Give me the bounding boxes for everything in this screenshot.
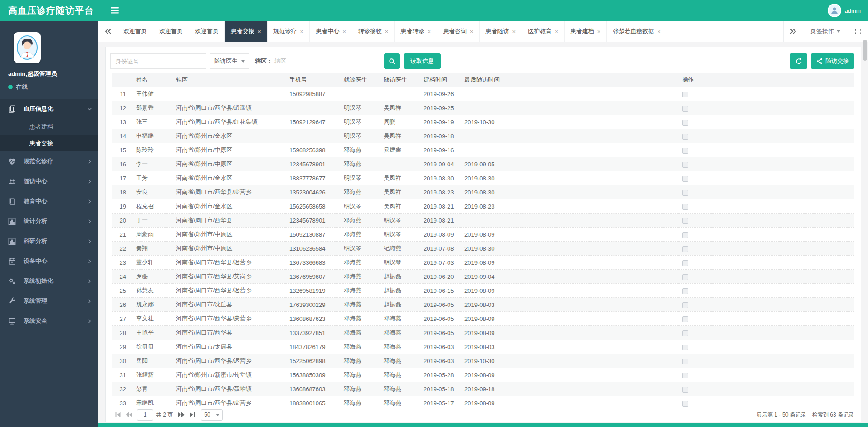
profile-avatar[interactable] — [14, 32, 41, 63]
follow-handover-button[interactable]: 随访交接 — [811, 53, 854, 69]
row-select-checkbox[interactable] — [682, 232, 688, 238]
table-row: 23董少轩河南省/周口市/西华县/迟营乡13673366683邓海燕明汉琴201… — [112, 256, 854, 270]
sidebar-menu-group: 系统管理 — [0, 291, 98, 311]
last-visit-date: 2019-09-04 — [461, 270, 678, 284]
visit-doctor: 邓海燕 — [340, 284, 380, 298]
row-select-checkbox[interactable] — [682, 218, 688, 224]
sidebar-item[interactable]: 统计分析 — [0, 211, 98, 231]
tab[interactable]: 患者随访× — [480, 21, 522, 42]
close-icon[interactable]: × — [555, 29, 558, 34]
tab-operations-dropdown[interactable]: 页签操作 — [803, 21, 848, 42]
row-select-checkbox[interactable] — [682, 162, 688, 168]
patient-name: 宋继凯 — [132, 396, 172, 408]
close-icon[interactable]: × — [258, 29, 261, 34]
row-select-checkbox[interactable] — [682, 288, 688, 294]
row-select-checkbox[interactable] — [682, 345, 688, 350]
tab-bar: 欢迎首页欢迎首页欢迎首页患者交接×规范诊疗×患者中心×转诊接收×患者转诊×患者咨… — [98, 21, 868, 42]
sidebar-item[interactable]: 系统管理 — [0, 291, 98, 311]
tab[interactable]: 张楚若血糖数据× — [607, 21, 667, 42]
close-icon[interactable]: × — [512, 29, 516, 34]
close-icon[interactable]: × — [427, 29, 431, 34]
follow-doctor-select[interactable]: 随访医生 — [210, 53, 249, 69]
row-select-checkbox[interactable] — [682, 246, 688, 252]
row-select-checkbox[interactable] — [682, 176, 688, 182]
tab[interactable]: 规范诊疗× — [268, 21, 310, 42]
sidebar-item[interactable]: 系统安全 — [0, 311, 98, 331]
read-info-button[interactable]: 读取信息 — [404, 53, 441, 69]
row-number: 16 — [112, 157, 132, 171]
sidebar-menu-group: 科研分析 — [0, 231, 98, 251]
prev-page-button[interactable] — [123, 409, 134, 420]
row-select-checkbox[interactable] — [682, 106, 688, 112]
patient-name: 王伟健 — [132, 87, 172, 101]
last-page-button[interactable] — [186, 409, 197, 420]
close-icon[interactable]: × — [385, 29, 389, 34]
tab[interactable]: 患者咨询× — [437, 21, 480, 42]
tab[interactable]: 患者交接× — [225, 21, 268, 42]
region-input[interactable] — [274, 54, 342, 68]
sidebar-item[interactable]: 设备中心 — [0, 251, 98, 271]
follow-doctor — [380, 87, 420, 101]
sidebar-subitem[interactable]: 患者建档 — [0, 119, 98, 135]
tab[interactable]: 患者转诊× — [395, 21, 437, 42]
row-select-checkbox[interactable] — [682, 373, 688, 378]
fullscreen-icon[interactable] — [848, 21, 868, 42]
sidebar-item[interactable]: 规范化诊疗 — [0, 151, 98, 171]
follow-doctor: 邓海燕 — [380, 326, 420, 340]
sidebar-toggle-icon[interactable] — [108, 5, 122, 16]
row-select-checkbox[interactable] — [682, 120, 688, 126]
patient-phone: 13373927851 — [286, 326, 340, 340]
user-avatar[interactable] — [828, 4, 841, 17]
row-select-checkbox[interactable] — [682, 359, 688, 364]
close-icon[interactable]: × — [657, 29, 661, 34]
heartbeat-icon — [8, 158, 16, 165]
sidebar-item[interactable]: 血压信息化 — [0, 99, 98, 119]
follow-doctor: 明汉琴 — [380, 228, 420, 242]
row-select-checkbox[interactable] — [682, 330, 688, 336]
sidebar-item[interactable]: 科研分析 — [0, 231, 98, 251]
row-select-checkbox[interactable] — [682, 92, 688, 97]
sidebar-item[interactable]: 系统初始化 — [0, 271, 98, 291]
row-select-checkbox[interactable] — [682, 387, 688, 393]
next-page-button[interactable] — [176, 409, 186, 420]
table-row: 21周豪雨河南省/郑州市/中原区15092130887邓海燕明汉琴2019-08… — [112, 228, 854, 242]
close-icon[interactable]: × — [300, 29, 304, 34]
row-select-checkbox[interactable] — [682, 190, 688, 196]
tab[interactable]: 患者建档× — [565, 21, 607, 42]
tab[interactable]: 欢迎首页 — [189, 21, 225, 42]
page-size-select[interactable]: 50 — [201, 409, 223, 421]
visit-doctor: 邓海燕 — [340, 185, 380, 199]
tab[interactable]: 欢迎首页 — [153, 21, 189, 42]
search-button[interactable] — [384, 53, 400, 69]
scroll-tabs-left-icon[interactable] — [98, 21, 117, 42]
table-row: 19程克召河南省/郑州市/金水区15625658658明汉琴吴凤祥2019-08… — [112, 199, 854, 214]
first-page-button[interactable] — [112, 409, 123, 420]
refresh-button[interactable] — [790, 53, 807, 69]
row-select-checkbox[interactable] — [682, 148, 688, 154]
scroll-tabs-right-icon[interactable] — [784, 21, 803, 42]
tab-label: 张楚若血糖数据 — [613, 27, 654, 35]
tab[interactable]: 欢迎首页 — [117, 21, 153, 42]
row-select-checkbox[interactable] — [682, 260, 688, 266]
tab[interactable]: 医护教育× — [522, 21, 565, 42]
close-icon[interactable]: × — [342, 29, 346, 34]
tab[interactable]: 患者中心× — [310, 21, 352, 42]
close-icon[interactable]: × — [597, 29, 601, 34]
sidebar-item[interactable]: 教育中心 — [0, 191, 98, 211]
row-select-checkbox[interactable] — [682, 274, 688, 280]
row-select-checkbox[interactable] — [682, 316, 688, 322]
row-select-checkbox[interactable] — [682, 401, 688, 407]
chevron-right-icon — [87, 239, 92, 244]
page-number-input[interactable] — [137, 409, 153, 421]
sidebar-item[interactable]: 随访中心 — [0, 171, 98, 191]
created-date: 2019-09-19 — [420, 115, 461, 129]
close-icon[interactable]: × — [470, 29, 473, 34]
row-select-checkbox[interactable] — [682, 302, 688, 308]
scrollbar-thumb[interactable] — [863, 40, 867, 61]
sidebar-subitem[interactable]: 患者交接 — [0, 135, 98, 151]
id-card-input[interactable] — [110, 53, 206, 69]
row-select-checkbox[interactable] — [682, 204, 688, 210]
row-select-checkbox[interactable] — [682, 134, 688, 140]
follow-doctor: 邓海燕 — [380, 396, 420, 408]
tab[interactable]: 转诊接收× — [352, 21, 395, 42]
